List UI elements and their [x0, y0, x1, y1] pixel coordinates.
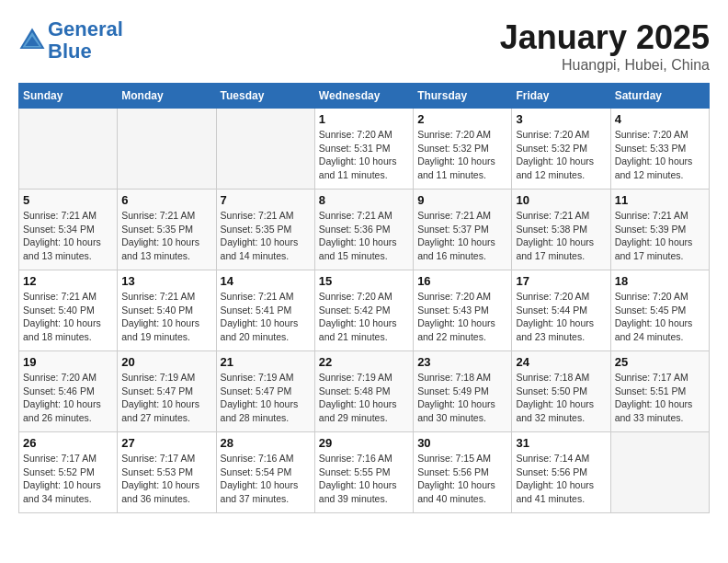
calendar-cell: 22Sunrise: 7:19 AM Sunset: 5:48 PM Dayli… — [314, 351, 413, 432]
day-info: Sunrise: 7:21 AM Sunset: 5:40 PM Dayligh… — [23, 290, 113, 344]
calendar-header-row: SundayMondayTuesdayWednesdayThursdayFrid… — [19, 84, 710, 109]
logo-icon — [18, 27, 46, 54]
day-info: Sunrise: 7:15 AM Sunset: 5:56 PM Dayligh… — [417, 452, 507, 506]
calendar-cell: 18Sunrise: 7:20 AM Sunset: 5:45 PM Dayli… — [610, 270, 709, 351]
calendar-cell: 14Sunrise: 7:21 AM Sunset: 5:41 PM Dayli… — [216, 270, 314, 351]
day-info: Sunrise: 7:19 AM Sunset: 5:47 PM Dayligh… — [221, 371, 311, 425]
day-info: Sunrise: 7:17 AM Sunset: 5:51 PM Dayligh… — [615, 371, 705, 425]
day-info: Sunrise: 7:17 AM Sunset: 5:52 PM Dayligh… — [23, 452, 113, 506]
day-number: 15 — [319, 274, 409, 288]
calendar-table: SundayMondayTuesdayWednesdayThursdayFrid… — [18, 83, 710, 513]
day-info: Sunrise: 7:17 AM Sunset: 5:53 PM Dayligh… — [121, 452, 211, 506]
day-info: Sunrise: 7:19 AM Sunset: 5:48 PM Dayligh… — [319, 371, 409, 425]
day-number: 31 — [516, 436, 606, 450]
header-monday: Monday — [118, 84, 216, 109]
day-number: 5 — [23, 193, 113, 207]
calendar-cell: 19Sunrise: 7:20 AM Sunset: 5:46 PM Dayli… — [19, 351, 118, 432]
calendar-cell — [216, 109, 314, 190]
calendar-cell: 5Sunrise: 7:21 AM Sunset: 5:34 PM Daylig… — [19, 190, 118, 270]
day-info: Sunrise: 7:14 AM Sunset: 5:56 PM Dayligh… — [516, 452, 606, 506]
calendar-cell: 17Sunrise: 7:20 AM Sunset: 5:44 PM Dayli… — [512, 270, 610, 351]
day-number: 7 — [221, 193, 311, 207]
calendar-cell: 30Sunrise: 7:15 AM Sunset: 5:56 PM Dayli… — [414, 432, 512, 513]
day-info: Sunrise: 7:21 AM Sunset: 5:39 PM Dayligh… — [615, 209, 705, 263]
day-number: 28 — [221, 436, 311, 450]
week-row-3: 12Sunrise: 7:21 AM Sunset: 5:40 PM Dayli… — [19, 270, 710, 351]
day-number: 2 — [417, 112, 507, 126]
day-info: Sunrise: 7:21 AM Sunset: 5:38 PM Dayligh… — [516, 209, 606, 263]
day-number: 14 — [221, 274, 311, 288]
day-number: 25 — [615, 355, 705, 369]
header-tuesday: Tuesday — [216, 84, 314, 109]
logo-line2: Blue — [48, 40, 92, 63]
day-number: 12 — [23, 274, 113, 288]
calendar-subtitle: Huangpi, Hubei, China — [500, 57, 710, 74]
day-number: 20 — [121, 355, 211, 369]
week-row-5: 26Sunrise: 7:17 AM Sunset: 5:52 PM Dayli… — [19, 432, 710, 513]
day-number: 30 — [417, 436, 507, 450]
header-sunday: Sunday — [19, 84, 118, 109]
calendar-cell: 20Sunrise: 7:19 AM Sunset: 5:47 PM Dayli… — [118, 351, 216, 432]
day-number: 4 — [615, 112, 705, 126]
header-friday: Friday — [512, 84, 610, 109]
day-info: Sunrise: 7:21 AM Sunset: 5:35 PM Dayligh… — [221, 209, 311, 263]
day-number: 19 — [23, 355, 113, 369]
calendar-cell: 12Sunrise: 7:21 AM Sunset: 5:40 PM Dayli… — [19, 270, 118, 351]
week-row-1: 1Sunrise: 7:20 AM Sunset: 5:31 PM Daylig… — [19, 109, 710, 190]
calendar-cell: 9Sunrise: 7:21 AM Sunset: 5:37 PM Daylig… — [414, 190, 512, 270]
day-info: Sunrise: 7:21 AM Sunset: 5:37 PM Dayligh… — [417, 209, 507, 263]
day-info: Sunrise: 7:20 AM Sunset: 5:42 PM Dayligh… — [319, 290, 409, 344]
day-number: 21 — [221, 355, 311, 369]
logo-text: General Blue — [48, 18, 123, 63]
header-saturday: Saturday — [610, 84, 709, 109]
calendar-cell — [118, 109, 216, 190]
calendar-cell: 26Sunrise: 7:17 AM Sunset: 5:52 PM Dayli… — [19, 432, 118, 513]
day-number: 1 — [319, 112, 409, 126]
day-number: 9 — [417, 193, 507, 207]
calendar-cell — [610, 432, 709, 513]
header-thursday: Thursday — [414, 84, 512, 109]
day-info: Sunrise: 7:20 AM Sunset: 5:32 PM Dayligh… — [417, 128, 507, 182]
calendar-cell: 21Sunrise: 7:19 AM Sunset: 5:47 PM Dayli… — [216, 351, 314, 432]
day-number: 23 — [417, 355, 507, 369]
page-header: General Blue January 2025 Huangpi, Hubei… — [18, 18, 710, 74]
day-info: Sunrise: 7:20 AM Sunset: 5:31 PM Dayligh… — [319, 128, 409, 182]
day-info: Sunrise: 7:20 AM Sunset: 5:45 PM Dayligh… — [615, 290, 705, 344]
logo: General Blue — [18, 18, 123, 63]
calendar-cell: 7Sunrise: 7:21 AM Sunset: 5:35 PM Daylig… — [216, 190, 314, 270]
calendar-cell: 27Sunrise: 7:17 AM Sunset: 5:53 PM Dayli… — [118, 432, 216, 513]
calendar-cell: 23Sunrise: 7:18 AM Sunset: 5:49 PM Dayli… — [414, 351, 512, 432]
day-info: Sunrise: 7:21 AM Sunset: 5:36 PM Dayligh… — [319, 209, 409, 263]
title-block: January 2025 Huangpi, Hubei, China — [500, 18, 710, 74]
day-info: Sunrise: 7:18 AM Sunset: 5:49 PM Dayligh… — [417, 371, 507, 425]
day-number: 11 — [615, 193, 705, 207]
calendar-cell: 4Sunrise: 7:20 AM Sunset: 5:33 PM Daylig… — [610, 109, 709, 190]
calendar-cell: 28Sunrise: 7:16 AM Sunset: 5:54 PM Dayli… — [216, 432, 314, 513]
day-number: 8 — [319, 193, 409, 207]
day-info: Sunrise: 7:20 AM Sunset: 5:43 PM Dayligh… — [417, 290, 507, 344]
calendar-cell: 2Sunrise: 7:20 AM Sunset: 5:32 PM Daylig… — [414, 109, 512, 190]
calendar-title: January 2025 — [500, 18, 710, 57]
day-info: Sunrise: 7:21 AM Sunset: 5:41 PM Dayligh… — [221, 290, 311, 344]
day-number: 3 — [516, 112, 606, 126]
calendar-cell: 1Sunrise: 7:20 AM Sunset: 5:31 PM Daylig… — [314, 109, 413, 190]
day-info: Sunrise: 7:21 AM Sunset: 5:40 PM Dayligh… — [121, 290, 211, 344]
day-number: 13 — [121, 274, 211, 288]
day-info: Sunrise: 7:20 AM Sunset: 5:32 PM Dayligh… — [516, 128, 606, 182]
calendar-cell: 10Sunrise: 7:21 AM Sunset: 5:38 PM Dayli… — [512, 190, 610, 270]
day-number: 18 — [615, 274, 705, 288]
day-number: 24 — [516, 355, 606, 369]
day-number: 29 — [319, 436, 409, 450]
day-info: Sunrise: 7:18 AM Sunset: 5:50 PM Dayligh… — [516, 371, 606, 425]
calendar-cell: 25Sunrise: 7:17 AM Sunset: 5:51 PM Dayli… — [610, 351, 709, 432]
calendar-cell: 24Sunrise: 7:18 AM Sunset: 5:50 PM Dayli… — [512, 351, 610, 432]
calendar-cell: 8Sunrise: 7:21 AM Sunset: 5:36 PM Daylig… — [314, 190, 413, 270]
day-info: Sunrise: 7:19 AM Sunset: 5:47 PM Dayligh… — [121, 371, 211, 425]
day-info: Sunrise: 7:16 AM Sunset: 5:55 PM Dayligh… — [319, 452, 409, 506]
calendar-cell: 16Sunrise: 7:20 AM Sunset: 5:43 PM Dayli… — [414, 270, 512, 351]
calendar-cell — [19, 109, 118, 190]
week-row-4: 19Sunrise: 7:20 AM Sunset: 5:46 PM Dayli… — [19, 351, 710, 432]
day-info: Sunrise: 7:20 AM Sunset: 5:44 PM Dayligh… — [516, 290, 606, 344]
calendar-cell: 3Sunrise: 7:20 AM Sunset: 5:32 PM Daylig… — [512, 109, 610, 190]
day-info: Sunrise: 7:20 AM Sunset: 5:33 PM Dayligh… — [615, 128, 705, 182]
